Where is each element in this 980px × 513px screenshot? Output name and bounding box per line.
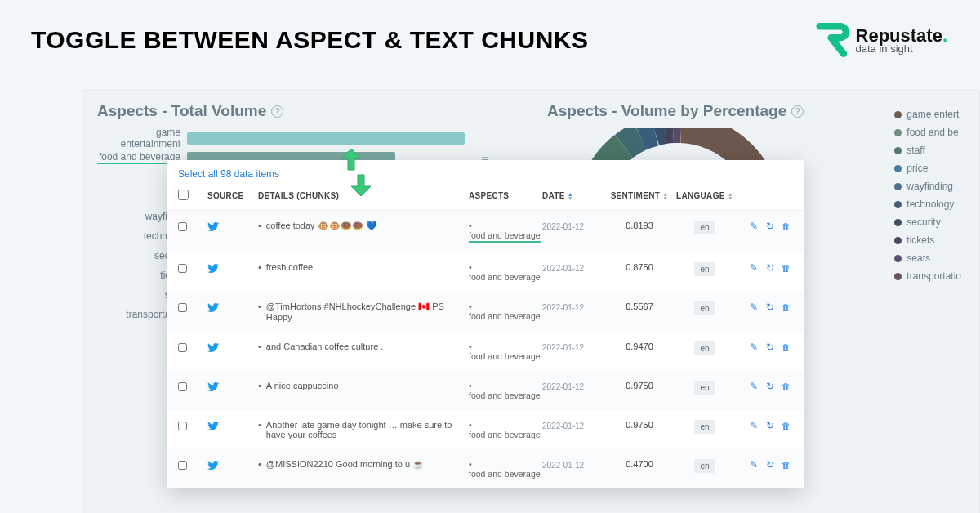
sort-icon[interactable]: ▲▼ <box>728 192 733 200</box>
sort-icon[interactable]: ▲▼ <box>568 192 573 200</box>
row-checkbox[interactable] <box>178 222 187 231</box>
refresh-icon[interactable] <box>766 341 776 353</box>
legend-item[interactable]: game entert <box>894 105 961 123</box>
table-row[interactable]: •and Canadian coffee culture .•food and … <box>167 332 804 371</box>
legend-label: technology <box>906 199 954 210</box>
column-details[interactable]: DETAILS (CHUNKS) <box>258 191 469 200</box>
legend-item[interactable]: seats <box>894 249 961 267</box>
legend-label: seats <box>906 252 930 264</box>
sort-icon[interactable]: ▲▼ <box>662 192 668 200</box>
row-details: •A nice cappuccino <box>258 381 469 390</box>
row-sentiment: 0.4700 <box>606 459 673 469</box>
legend-item[interactable]: food and be <box>894 123 961 141</box>
select-all-link[interactable]: Select all 98 data items <box>178 168 279 180</box>
row-details: •and Canadian coffee culture . <box>258 341 469 351</box>
delete-icon[interactable] <box>782 262 792 274</box>
help-icon[interactable]: ? <box>791 105 804 118</box>
delete-icon[interactable] <box>782 381 792 392</box>
brand-block: Repustate. data in sight <box>815 23 947 57</box>
edit-icon[interactable] <box>750 221 760 232</box>
table-row[interactable]: •@MISSION2210 Good morning to u ☕•food a… <box>167 449 804 488</box>
legend-swatch-icon <box>894 255 902 262</box>
page-title: TOGGLE BETWEEN ASPECT & TEXT CHUNKS <box>31 26 589 54</box>
legend-item[interactable]: technology <box>894 195 961 213</box>
column-date[interactable]: DATE▲▼ <box>542 191 606 200</box>
legend-swatch-icon <box>894 219 902 226</box>
table-header: SOURCE DETAILS (CHUNKS) ASPECTS DATE▲▼ S… <box>167 185 804 211</box>
row-date: 2022-01-12 <box>542 301 606 312</box>
delete-icon[interactable] <box>782 459 792 471</box>
row-sentiment: 0.5567 <box>606 301 673 311</box>
legend-item[interactable]: wayfinding <box>894 177 961 195</box>
twitter-icon <box>207 302 220 316</box>
edit-icon[interactable] <box>750 262 760 274</box>
row-checkbox[interactable] <box>178 422 187 430</box>
bar-row[interactable]: game entertainment <box>97 128 514 148</box>
row-checkbox[interactable] <box>178 303 187 312</box>
data-items-modal: Select all 98 data items SOURCE DETAILS … <box>167 160 804 488</box>
legend-label: game entert <box>906 109 959 120</box>
edit-icon[interactable] <box>750 459 760 471</box>
legend-item[interactable]: tickets <box>894 231 961 249</box>
refresh-icon[interactable] <box>766 459 776 471</box>
delete-icon[interactable] <box>782 301 792 313</box>
column-source[interactable]: SOURCE <box>207 191 258 200</box>
row-language: en <box>673 221 737 234</box>
refresh-icon[interactable] <box>766 381 776 392</box>
edit-icon[interactable] <box>750 341 760 353</box>
legend-item[interactable]: transportatio <box>894 267 961 285</box>
edit-icon[interactable] <box>750 301 760 313</box>
row-aspect: •food and beverage <box>469 420 542 439</box>
row-aspect: •food and beverage <box>469 221 542 243</box>
edit-icon[interactable] <box>750 420 760 431</box>
refresh-icon[interactable] <box>766 221 776 232</box>
legend-swatch-icon <box>894 129 902 136</box>
table-row[interactable]: •A nice cappuccino•food and beverage2022… <box>167 371 804 410</box>
legend-label: food and be <box>906 127 958 138</box>
table-row[interactable]: •coffee today 🐵🐵🍩🍩 💙•food and beverage20… <box>167 211 804 252</box>
table-row[interactable]: •@TimHortons #NHLhockeyChallenge 🇨🇦 PS H… <box>167 292 804 332</box>
row-actions <box>737 381 792 392</box>
row-details: •fresh coffee <box>258 262 469 272</box>
select-all-checkbox[interactable] <box>178 190 189 200</box>
delete-icon[interactable] <box>782 420 792 431</box>
row-checkbox[interactable] <box>178 382 187 391</box>
legend-swatch-icon <box>894 165 902 172</box>
table-row[interactable]: •fresh coffee•food and beverage2022-01-1… <box>167 252 804 292</box>
column-sentiment[interactable]: SENTIMENT▲▼ <box>606 191 673 200</box>
legend-swatch-icon <box>894 237 902 244</box>
column-language[interactable]: LANGUAGE▲▼ <box>673 191 737 200</box>
row-language: en <box>673 262 737 276</box>
legend-item[interactable]: security <box>894 213 961 231</box>
twitter-icon <box>207 381 220 395</box>
legend-swatch-icon <box>894 273 902 280</box>
column-aspects[interactable]: ASPECTS <box>469 191 542 200</box>
refresh-icon[interactable] <box>766 301 776 313</box>
row-checkbox[interactable] <box>178 461 187 470</box>
legend-item[interactable]: price <box>894 159 961 177</box>
row-actions <box>737 341 792 353</box>
refresh-icon[interactable] <box>766 262 776 274</box>
row-date: 2022-01-12 <box>542 262 606 273</box>
row-checkbox[interactable] <box>178 343 187 352</box>
legend-item[interactable]: staff <box>894 141 961 159</box>
row-details: •@MISSION2210 Good morning to u ☕ <box>258 459 469 470</box>
twitter-icon <box>207 460 220 474</box>
refresh-icon[interactable] <box>766 420 776 431</box>
legend-label: transportatio <box>906 270 961 282</box>
bar-fill <box>187 132 465 145</box>
row-checkbox[interactable] <box>178 264 187 273</box>
row-sentiment: 0.9470 <box>606 341 673 351</box>
delete-icon[interactable] <box>782 341 792 353</box>
legend-label: security <box>906 216 940 228</box>
row-actions <box>737 301 792 313</box>
row-language: en <box>673 301 737 315</box>
delete-icon[interactable] <box>782 221 792 232</box>
edit-icon[interactable] <box>750 381 760 392</box>
row-aspect: •food and beverage <box>469 301 542 321</box>
row-actions <box>737 262 792 274</box>
table-row[interactable]: •Another late game day tonight … make su… <box>167 410 804 449</box>
legend-swatch-icon <box>894 147 902 154</box>
row-sentiment: 0.9750 <box>606 420 673 430</box>
help-icon[interactable]: ? <box>271 105 283 118</box>
